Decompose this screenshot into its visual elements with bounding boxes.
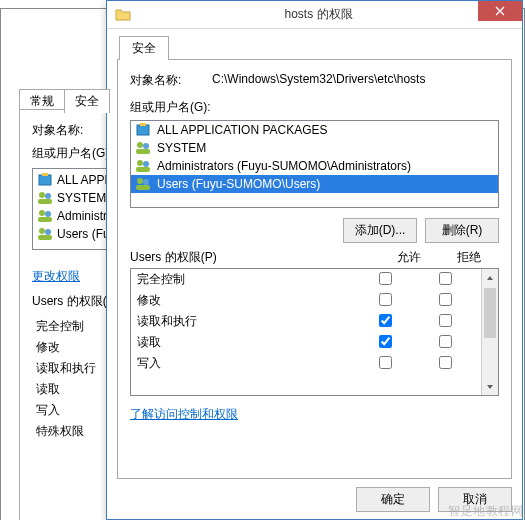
remove-button[interactable]: 删除(R) — [425, 218, 499, 243]
svg-point-3 — [45, 193, 51, 199]
svg-point-2 — [39, 192, 45, 198]
list-item-label: ALL APPLICATION PACKAGES — [157, 123, 328, 137]
list-item[interactable]: ALL APPLICATION PACKAGES — [131, 121, 498, 139]
svg-rect-1 — [42, 173, 48, 176]
svg-rect-10 — [38, 235, 52, 240]
permissions-scrollbar[interactable] — [481, 269, 498, 395]
permission-label: 读取和执行 — [137, 313, 355, 330]
deny-checkbox[interactable] — [439, 293, 452, 306]
dialog-title: hosts 的权限 — [115, 6, 522, 23]
svg-point-6 — [45, 211, 51, 217]
ok-button[interactable]: 确定 — [356, 487, 430, 512]
cancel-button[interactable]: 取消 — [438, 487, 512, 512]
permission-label: 写入 — [137, 355, 355, 372]
scroll-thumb[interactable] — [484, 288, 496, 338]
allow-checkbox[interactable] — [379, 335, 392, 348]
perm-header-label: Users 的权限(P) — [130, 249, 379, 266]
svg-rect-12 — [140, 123, 146, 126]
permission-row: 读取和执行 — [131, 311, 481, 332]
titlebar: hosts 的权限 — [107, 1, 522, 29]
permission-row: 完全控制 — [131, 269, 481, 290]
svg-point-9 — [45, 229, 51, 235]
perm-deny-header: 拒绝 — [439, 249, 499, 266]
tab-security[interactable]: 安全 — [119, 36, 169, 60]
svg-rect-15 — [136, 149, 150, 154]
list-item-label: SYSTEM — [57, 191, 106, 205]
close-button[interactable] — [478, 1, 522, 21]
svg-rect-0 — [39, 175, 51, 185]
allow-checkbox[interactable] — [379, 356, 392, 369]
add-button[interactable]: 添加(D)... — [343, 218, 417, 243]
deny-checkbox[interactable] — [439, 356, 452, 369]
permission-row: 修改 — [131, 290, 481, 311]
principals-listbox[interactable]: ALL APPLICATION PACKAGESSYSTEMAdministra… — [130, 120, 499, 208]
permissions-dialog: hosts 的权限 安全 对象名称: C:\Windows\System32\D… — [106, 0, 523, 520]
close-icon — [495, 6, 505, 16]
svg-rect-18 — [136, 167, 150, 172]
security-panel: 对象名称: C:\Windows\System32\Drivers\etc\ho… — [117, 59, 512, 479]
svg-rect-11 — [137, 125, 149, 135]
allow-checkbox[interactable] — [379, 293, 392, 306]
package-icon — [135, 122, 151, 138]
tabstrip: 安全 — [119, 35, 512, 59]
list-item[interactable]: Administrators (Fuyu-SUMOMO\Administrato… — [131, 157, 498, 175]
list-item-label: Administrators (Fuyu-SUMOMO\Administrato… — [157, 159, 411, 173]
permission-label: 完全控制 — [137, 271, 355, 288]
svg-point-16 — [137, 160, 143, 166]
svg-point-14 — [143, 143, 149, 149]
permission-label: 修改 — [137, 292, 355, 309]
allow-checkbox[interactable] — [379, 314, 392, 327]
users-icon — [135, 140, 151, 156]
perm-allow-header: 允许 — [379, 249, 439, 266]
package-icon — [37, 172, 53, 188]
learn-access-control-link[interactable]: 了解访问控制和权限 — [130, 406, 238, 423]
svg-rect-4 — [38, 199, 52, 204]
users-icon — [135, 158, 151, 174]
svg-point-8 — [39, 228, 45, 234]
list-item[interactable]: Users (Fuyu-SUMOMO\Users) — [131, 175, 498, 193]
deny-checkbox[interactable] — [439, 314, 452, 327]
users-icon — [37, 208, 53, 224]
scroll-down-button[interactable] — [482, 378, 498, 395]
svg-point-20 — [143, 179, 149, 185]
group-users-label: 组或用户名(G): — [130, 99, 499, 116]
permission-label: 读取 — [137, 334, 355, 351]
users-icon — [37, 190, 53, 206]
object-name-label: 对象名称: — [130, 72, 212, 89]
users-icon — [37, 226, 53, 242]
deny-checkbox[interactable] — [439, 335, 452, 348]
permissions-list: 完全控制修改读取和执行读取写入 — [130, 268, 499, 396]
scroll-track[interactable] — [482, 286, 498, 378]
users-icon — [135, 176, 151, 192]
svg-rect-7 — [38, 217, 52, 222]
permission-row: 读取 — [131, 332, 481, 353]
back-change-permissions-link[interactable]: 更改权限 — [32, 268, 80, 285]
list-item-label: SYSTEM — [157, 141, 206, 155]
back-tab-security[interactable]: 安全 — [64, 89, 110, 113]
list-item-label: Users (Fuyu-SUMOMO\Users) — [157, 177, 320, 191]
svg-rect-21 — [136, 185, 150, 190]
svg-point-13 — [137, 142, 143, 148]
list-item[interactable]: SYSTEM — [131, 139, 498, 157]
svg-point-17 — [143, 161, 149, 167]
svg-point-19 — [137, 178, 143, 184]
scroll-up-button[interactable] — [482, 269, 498, 286]
object-name-value: C:\Windows\System32\Drivers\etc\hosts — [212, 72, 499, 89]
allow-checkbox[interactable] — [379, 272, 392, 285]
svg-point-5 — [39, 210, 45, 216]
deny-checkbox[interactable] — [439, 272, 452, 285]
permission-row: 写入 — [131, 353, 481, 374]
